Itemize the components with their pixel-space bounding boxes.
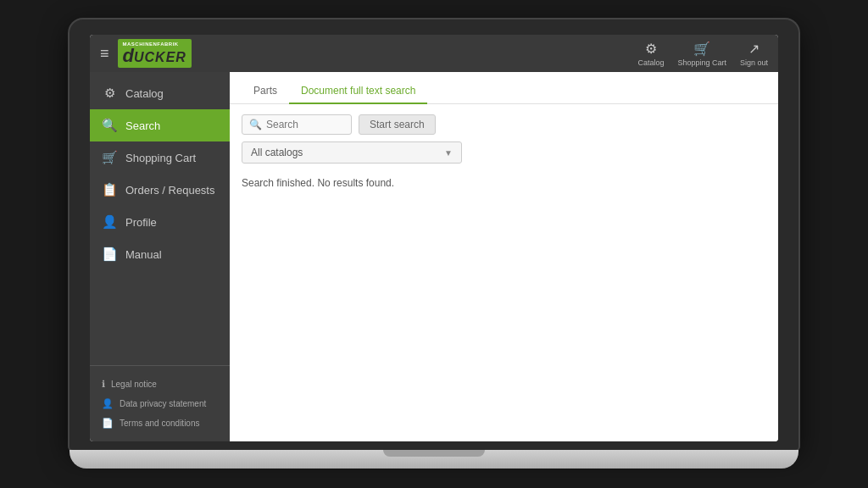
sidebar-catalog-label: Catalog bbox=[125, 87, 164, 100]
sidebar-footer-terms[interactable]: 📄 Terms and conditions bbox=[100, 413, 220, 433]
topbar-signout-label: Sign out bbox=[740, 58, 768, 67]
sidebar-manual-icon: 📄 bbox=[102, 247, 117, 262]
catalog-dropdown-value: All catalogs bbox=[251, 147, 303, 158]
screen-bezel: ≡ MASCHINENFABRIK d UCKER bbox=[70, 19, 798, 450]
sidebar-privacy-label: Data privacy statement bbox=[120, 399, 206, 408]
tabs-bar: Parts Document full text search bbox=[230, 72, 778, 104]
catalog-icon: ⚙ bbox=[645, 41, 657, 57]
privacy-icon: 👤 bbox=[102, 398, 114, 409]
sidebar-footer: ℹ Legal notice 👤 Data privacy statement … bbox=[90, 365, 230, 441]
sidebar-search-icon: 🔍 bbox=[102, 118, 117, 133]
hamburger-menu-icon[interactable]: ≡ bbox=[100, 45, 109, 63]
topbar-catalog-btn[interactable]: ⚙ Catalog bbox=[637, 41, 664, 67]
laptop-container: ≡ MASCHINENFABRIK d UCKER bbox=[70, 19, 798, 469]
legal-icon: ℹ bbox=[102, 379, 105, 390]
sidebar-item-profile[interactable]: 👤 Profile bbox=[90, 206, 230, 238]
topbar-cart-btn[interactable]: 🛒 Shopping Cart bbox=[677, 41, 726, 67]
topbar: ≡ MASCHINENFABRIK d UCKER bbox=[90, 35, 778, 72]
search-input[interactable] bbox=[266, 119, 342, 130]
main-layout: ⚙ Catalog 🔍 Search 🛒 Shopping Cart bbox=[90, 72, 778, 441]
sidebar-profile-icon: 👤 bbox=[102, 214, 117, 230]
sidebar: ⚙ Catalog 🔍 Search 🛒 Shopping Cart bbox=[90, 72, 230, 441]
sidebar-orders-icon: 📋 bbox=[102, 182, 117, 197]
screen: ≡ MASCHINENFABRIK d UCKER bbox=[90, 35, 778, 441]
sidebar-terms-label: Terms and conditions bbox=[120, 419, 200, 428]
logo-d: d bbox=[123, 47, 134, 65]
sidebar-cart-label: Shopping Cart bbox=[125, 152, 196, 164]
sidebar-profile-label: Profile bbox=[125, 216, 157, 229]
logo-box: MASCHINENFABRIK d UCKER bbox=[118, 39, 192, 68]
sidebar-manual-label: Manual bbox=[125, 248, 162, 261]
sidebar-item-orders[interactable]: 📋 Orders / Requests bbox=[90, 174, 230, 206]
search-input-icon: 🔍 bbox=[249, 119, 262, 130]
signout-icon: ↗ bbox=[748, 41, 760, 57]
terms-icon: 📄 bbox=[102, 418, 114, 429]
sidebar-legal-label: Legal notice bbox=[111, 380, 157, 389]
sidebar-footer-privacy[interactable]: 👤 Data privacy statement bbox=[100, 394, 220, 413]
logo-area: MASCHINENFABRIK d UCKER bbox=[118, 39, 192, 68]
tab-document-search[interactable]: Document full text search bbox=[289, 79, 427, 104]
content-area: Parts Document full text search 🔍 Start … bbox=[230, 72, 778, 441]
search-area: 🔍 Start search bbox=[230, 104, 778, 141]
catalog-dropdown[interactable]: All catalogs ▼ bbox=[242, 141, 462, 164]
laptop-base bbox=[70, 450, 798, 469]
results-area: Search finished. No results found. bbox=[230, 172, 778, 441]
sidebar-item-catalog[interactable]: ⚙ Catalog bbox=[90, 77, 230, 109]
sidebar-item-search[interactable]: 🔍 Search bbox=[90, 109, 230, 141]
topbar-cart-label: Shopping Cart bbox=[677, 58, 726, 67]
sidebar-item-manual[interactable]: 📄 Manual bbox=[90, 238, 230, 270]
sidebar-footer-legal[interactable]: ℹ Legal notice bbox=[100, 374, 220, 394]
topbar-right: ⚙ Catalog 🛒 Shopping Cart ↗ Sign out bbox=[637, 41, 768, 67]
start-search-button[interactable]: Start search bbox=[359, 114, 436, 135]
catalog-dropdown-wrap: All catalogs ▼ bbox=[230, 141, 778, 172]
sidebar-catalog-icon: ⚙ bbox=[102, 86, 117, 101]
logo-rest: UCKER bbox=[134, 51, 186, 64]
tab-parts[interactable]: Parts bbox=[242, 79, 289, 104]
topbar-signout-btn[interactable]: ↗ Sign out bbox=[740, 41, 768, 67]
sidebar-cart-icon: 🛒 bbox=[102, 150, 117, 165]
sidebar-orders-label: Orders / Requests bbox=[125, 184, 215, 197]
chevron-down-icon: ▼ bbox=[444, 148, 453, 158]
results-message: Search finished. No results found. bbox=[242, 177, 394, 189]
sidebar-nav: ⚙ Catalog 🔍 Search 🛒 Shopping Cart bbox=[90, 77, 230, 365]
topbar-catalog-label: Catalog bbox=[637, 58, 664, 67]
sidebar-search-label: Search bbox=[125, 119, 160, 132]
search-input-wrap: 🔍 bbox=[242, 114, 352, 135]
sidebar-item-shopping-cart[interactable]: 🛒 Shopping Cart bbox=[90, 141, 230, 174]
cart-icon: 🛒 bbox=[693, 41, 710, 57]
